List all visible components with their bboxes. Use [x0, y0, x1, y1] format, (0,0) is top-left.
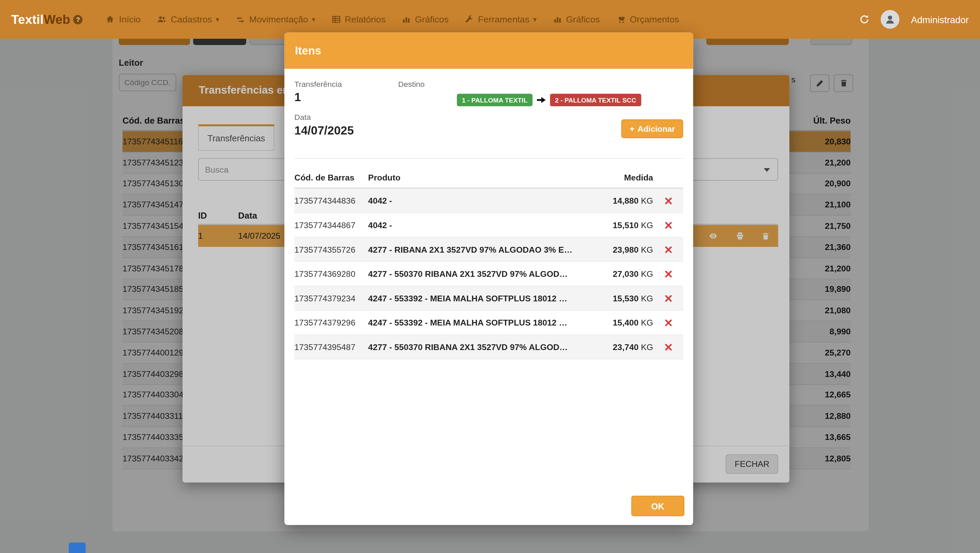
nav-label: Relatórios [345, 14, 385, 24]
divider [294, 158, 683, 159]
refresh-button[interactable] [860, 14, 870, 24]
barcode-cell: 1735774355726 [294, 245, 368, 254]
home-icon [106, 15, 115, 24]
bar-chart-icon [402, 15, 410, 24]
itens-table-row: 17357743448674042 -15,510 KG [294, 213, 683, 238]
nav-label: Início [119, 14, 141, 24]
plus-icon: + [630, 124, 635, 133]
medida-cell: 14,880 KG [594, 196, 653, 205]
nav-label: Ferramentas [478, 14, 530, 24]
itens-table-row: 17357743792964247 - 553392 - MEIA MALHA … [294, 311, 683, 335]
itens-table-row: 17357743557264277 - RIBANA 2X1 3527VD 97… [294, 237, 683, 262]
nav-label: Orçamentos [630, 14, 679, 24]
barcode-cell: 1735774369280 [294, 269, 368, 278]
itens-table-header: Cód. de Barras Produto Medida [294, 167, 683, 189]
medida-cell: 15,530 KG [594, 294, 653, 303]
bar-chart-icon [553, 15, 562, 24]
destination-badge: 2 - PALLOMA TEXTIL SCC [550, 94, 641, 106]
transferencia-value: 1 [294, 91, 398, 104]
barcode-cell: 1735774344836 [294, 196, 368, 205]
itens-table-row: 17357743792344247 - 553392 - MEIA MALHA … [294, 286, 683, 311]
brand-logo[interactable]: TextilWeb ? [11, 12, 83, 27]
remove-icon [664, 245, 672, 253]
add-label: Adicionar [638, 124, 675, 133]
col-produto: Produto [368, 173, 594, 183]
remove-item-button[interactable] [653, 294, 683, 302]
remove-item-button[interactable] [653, 197, 683, 205]
user-avatar[interactable] [881, 10, 900, 29]
remove-icon [664, 294, 672, 302]
remove-icon [664, 343, 672, 351]
medida-cell: 15,510 KG [594, 220, 653, 230]
barcode-cell: 1735774344867 [294, 220, 368, 230]
cart-icon [616, 15, 625, 24]
brand-web: Web [44, 12, 70, 26]
help-icon[interactable]: ? [73, 14, 83, 24]
brand-textil: Textil [11, 12, 44, 26]
chevron-down-icon: ▾ [533, 15, 537, 24]
nav-item-cadastros[interactable]: Cadastros ▾ [149, 0, 228, 39]
produto-cell: 4277 - 550370 RIBANA 2X1 3527VD 97% ALGO… [368, 269, 594, 278]
itens-table: Cód. de Barras Produto Medida 1735774344… [294, 167, 683, 359]
barcode-cell: 1735774379296 [294, 318, 368, 327]
remove-item-button[interactable] [653, 318, 683, 327]
destino-label: Destino [398, 80, 641, 89]
produto-cell: 4247 - 553392 - MEIA MALHA SOFTPLUS 1801… [368, 294, 594, 303]
medida-cell: 23,980 KG [594, 245, 653, 254]
medida-cell: 27,030 KG [594, 269, 653, 278]
remove-icon [664, 318, 672, 327]
floating-widget[interactable] [69, 542, 86, 553]
ok-button[interactable]: OK [631, 496, 684, 516]
col-barcode: Cód. de Barras [294, 173, 368, 183]
route-badges: 1 - PALLOMA TEXTIL 2 - PALLOMA TEXTIL SC… [457, 94, 641, 106]
itens-modal-title: Itens [295, 44, 321, 57]
itens-table-row: 17357743954874277 - 550370 RIBANA 2X1 35… [294, 335, 683, 359]
data-label: Data [294, 113, 398, 122]
remove-icon [664, 197, 672, 205]
nav-label: Gráficos [566, 14, 600, 24]
origin-badge: 1 - PALLOMA TEXTIL [457, 94, 533, 106]
remove-item-button[interactable] [653, 245, 683, 253]
itens-table-row: 17357743692804277 - 550370 RIBANA 2X1 35… [294, 262, 683, 286]
remove-item-button[interactable] [653, 221, 683, 229]
nav-label: Movimentação [249, 14, 308, 24]
itens-table-rows: 17357743448364042 -14,880 KG173577434486… [294, 189, 683, 359]
application-window: Leitor s Cód. de Barras Últ. Peso 173577… [0, 0, 980, 553]
barcode-cell: 1735774395487 [294, 342, 368, 352]
produto-cell: 4042 - [368, 220, 594, 230]
nav-label: Cadastros [170, 14, 212, 24]
navbar-right: Administrador [860, 10, 969, 29]
user-name: Administrador [911, 14, 969, 24]
chevron-down-icon: ▾ [312, 15, 315, 24]
user-icon [885, 14, 896, 25]
data-value: 14/07/2025 [294, 124, 398, 137]
add-item-button[interactable]: + Adicionar [621, 119, 683, 138]
remove-item-button[interactable] [653, 270, 683, 278]
itens-modal: Itens Transferência 1 Data 14/07/2025 De… [284, 32, 693, 525]
exchange-icon [235, 15, 245, 24]
medida-cell: 23,740 KG [594, 342, 653, 352]
refresh-icon [860, 14, 870, 24]
itens-modal-header: Itens [284, 32, 693, 68]
transferencia-label: Transferência [294, 80, 398, 89]
wrench-icon [465, 15, 474, 24]
itens-table-row: 17357743448364042 -14,880 KG [294, 189, 683, 213]
produto-cell: 4277 - RIBANA 2X1 3527VD 97% ALGODAO 3% … [368, 245, 594, 254]
produto-cell: 4247 - 553392 - MEIA MALHA SOFTPLUS 1801… [368, 318, 594, 327]
remove-icon [664, 270, 672, 278]
nav-item-inicio[interactable]: Início [98, 0, 149, 39]
remove-item-button[interactable] [653, 343, 683, 351]
arrow-right-icon [537, 96, 546, 104]
produto-cell: 4042 - [368, 196, 594, 205]
col-medida: Medida [594, 173, 653, 183]
chevron-down-icon: ▾ [216, 15, 219, 24]
table-icon [332, 15, 340, 24]
medida-cell: 15,400 KG [594, 318, 653, 327]
nav-label: Gráficos [415, 14, 449, 24]
remove-icon [664, 221, 672, 229]
users-icon [157, 15, 167, 24]
barcode-cell: 1735774379234 [294, 294, 368, 303]
produto-cell: 4277 - 550370 RIBANA 2X1 3527VD 97% ALGO… [368, 342, 594, 352]
